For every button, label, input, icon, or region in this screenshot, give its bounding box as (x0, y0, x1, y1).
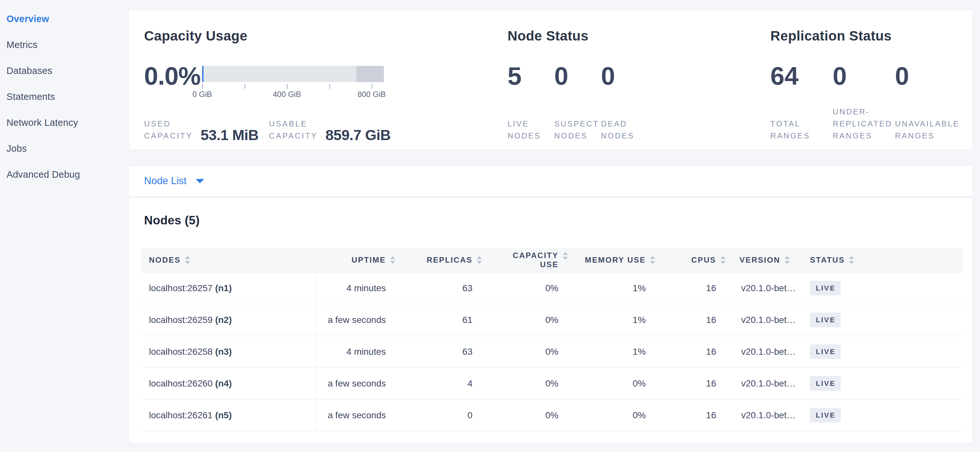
node-address-cell: localhost:26257 (n1) (142, 283, 316, 293)
table-row[interactable]: localhost:26259 (n2) a few seconds 61 0%… (142, 304, 963, 336)
node-address: localhost:26257 (149, 283, 213, 293)
cpus-cell: 16 (646, 315, 716, 325)
memory-use-cell: 0% (558, 378, 646, 389)
status-cell: LIVE (800, 312, 963, 327)
memory-use-cell: 1% (558, 315, 646, 325)
capacity-usage-section: Capacity Usage 0.0% 0 GiB400 GiB800 GiB (144, 10, 508, 149)
column-header[interactable]: CAPACITY USE (473, 248, 558, 272)
column-header[interactable]: MEMORY USE (558, 248, 646, 272)
column-header[interactable]: VERSION (716, 248, 800, 272)
axis-tick (372, 84, 372, 89)
node-address: localhost:26258 (149, 347, 213, 357)
sidebar-item-label: Advanced Debug (6, 169, 80, 180)
node-address-cell: localhost:26258 (n3) (142, 347, 316, 357)
capacity-use-cell: 0% (473, 378, 558, 389)
version-cell: v20.1.0-bet… (716, 378, 800, 389)
view-selector-card: Node List (129, 165, 973, 197)
sidebar-item-label: Jobs (6, 143, 27, 154)
capacity-bar-chart: 0 GiB400 GiB800 GiB (202, 66, 384, 100)
memory-use-cell: 1% (558, 283, 646, 293)
cpus-cell: 16 (646, 283, 716, 293)
column-header[interactable]: UPTIME (316, 248, 386, 272)
sort-icon (185, 256, 190, 264)
cluster-summary-card: Capacity Usage 0.0% 0 GiB400 GiB800 GiB (129, 10, 973, 150)
capacity-stat-label: USABLE CAPACITY (269, 118, 318, 142)
nodes-table-title: Nodes (5) (144, 213, 972, 228)
node-status-section: Node Status 5 LIVE NODES 0 SUSPECT NODES… (508, 10, 770, 149)
column-header[interactable]: CPUS (646, 248, 716, 272)
capacity-stat-value: 859.7 GiB (326, 129, 391, 142)
sidebar: Overview Metrics Databases Statements Ne… (0, 0, 129, 452)
status-badge: LIVE (810, 376, 841, 391)
node-address-cell: localhost:26261 (n5) (142, 410, 316, 420)
table-row[interactable]: localhost:26257 (n1) 4 minutes 63 0% 1% … (142, 272, 963, 304)
column-header[interactable]: STATUS (800, 248, 963, 272)
axis-tick (329, 84, 330, 89)
main-content: Capacity Usage 0.0% 0 GiB400 GiB800 GiB (129, 0, 973, 443)
node-address-cell: localhost:26260 (n4) (142, 378, 316, 389)
stat-label: UNDER- REPLICATED RANGES (833, 106, 895, 142)
stat-value: 0 (895, 63, 957, 89)
column-header-label: MEMORY USE (585, 255, 646, 265)
table-body: localhost:26257 (n1) 4 minutes 63 0% 1% … (142, 272, 963, 431)
sidebar-item[interactable]: Metrics (6, 32, 129, 58)
column-header-label: VERSION (740, 255, 780, 265)
status-badge: LIVE (810, 312, 841, 327)
capacity-use-cell: 0% (473, 315, 558, 325)
column-header[interactable]: REPLICAS (386, 248, 473, 272)
capacity-use-cell: 0% (473, 283, 558, 293)
replicas-cell: 0 (386, 410, 473, 420)
replication-status-section: Replication Status 64 TOTAL RANGES 0 UND… (770, 10, 972, 149)
status-cell: LIVE (800, 344, 963, 359)
replicas-cell: 63 (386, 283, 473, 293)
cpus-cell: 16 (646, 410, 716, 420)
node-id: (n1) (215, 283, 232, 293)
sidebar-item[interactable]: Network Latency (6, 109, 129, 136)
table-row[interactable]: localhost:26261 (n5) a few seconds 0 0% … (142, 400, 963, 431)
sidebar-item[interactable]: Databases (6, 58, 129, 84)
uptime-cell: a few seconds (316, 378, 386, 389)
sidebar-item[interactable]: Jobs (6, 136, 129, 162)
column-header-label: CPUS (691, 255, 716, 265)
axis-tick-label: 0 GiB (192, 90, 212, 99)
table-header-row: NODES UPTIME REPLICAS CAPACITY USE MEMOR… (142, 248, 963, 272)
version-cell: v20.1.0-bet… (716, 410, 800, 420)
status-badge: LIVE (810, 408, 841, 422)
node-id: (n2) (215, 315, 232, 325)
capacity-bar-dark-segment (356, 66, 384, 82)
node-address-cell: localhost:26259 (n2) (142, 315, 316, 325)
node-list-dropdown[interactable]: Node List (144, 175, 204, 187)
uptime-cell: a few seconds (316, 315, 386, 325)
node-id: (n4) (215, 378, 232, 389)
sidebar-item[interactable]: Overview (6, 6, 129, 32)
capacity-stat-label: USED CAPACITY (144, 118, 193, 142)
chevron-down-icon (196, 179, 204, 183)
capacity-axis-ticks (202, 82, 384, 89)
table-row[interactable]: localhost:26260 (n4) a few seconds 4 0% … (142, 368, 963, 400)
capacity-use-cell: 0% (473, 410, 558, 420)
stat-value: 0 (554, 63, 601, 89)
column-header-label: NODES (149, 255, 181, 265)
column-header-label: CAPACITY USE (513, 251, 558, 269)
sidebar-item-label: Databases (6, 65, 52, 76)
table-row[interactable]: localhost:26258 (n3) 4 minutes 63 0% 1% … (142, 336, 963, 368)
sort-icon (849, 256, 854, 264)
replicas-cell: 61 (386, 315, 473, 325)
uptime-cell: a few seconds (316, 410, 386, 420)
nodes-table: NODES UPTIME REPLICAS CAPACITY USE MEMOR… (142, 248, 963, 431)
column-header[interactable]: NODES (142, 248, 316, 272)
sidebar-item-label: Statements (6, 92, 55, 102)
stat-label: DEAD NODES (601, 118, 648, 142)
sidebar-item[interactable]: Statements (6, 84, 129, 109)
capacity-usage-title: Capacity Usage (144, 27, 508, 44)
sidebar-item[interactable]: Advanced Debug (6, 162, 129, 187)
status-badge: LIVE (810, 281, 841, 295)
replication-status-title: Replication Status (770, 27, 972, 44)
uptime-cell: 4 minutes (316, 283, 386, 293)
status-cell: LIVE (800, 376, 963, 391)
capacity-stat: USABLE CAPACITY 859.7 GiB (269, 118, 391, 142)
node-list-dropdown-label: Node List (144, 175, 186, 187)
axis-tick-label: 400 GiB (273, 90, 301, 99)
stat-label: LIVE NODES (508, 118, 554, 142)
column-header-label: REPLICAS (427, 255, 473, 265)
